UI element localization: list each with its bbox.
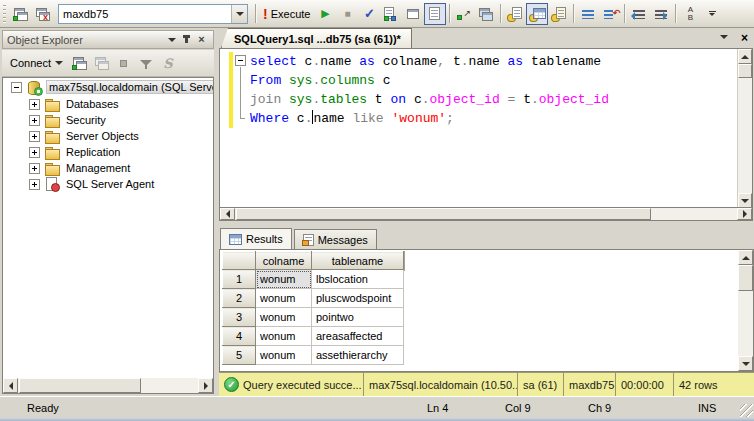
oe-script-button[interactable]: S	[158, 53, 178, 73]
row-header-3[interactable]: 3	[223, 308, 256, 327]
object-explorer-hscrollbar[interactable]	[2, 378, 214, 394]
grid-cell[interactable]: pointwo	[312, 308, 404, 327]
increase-indent-button[interactable]	[650, 3, 672, 25]
scroll-thumb[interactable]	[738, 64, 752, 78]
query-window: SQLQuery1.sql ...db75 (sa (61))* × selec…	[215, 28, 754, 396]
scroll-left-button[interactable]	[220, 208, 235, 220]
editor-results-splitter[interactable]	[215, 221, 754, 228]
grid-cell[interactable]: pluscwodspoint	[312, 289, 404, 308]
grid-cell[interactable]: wonum	[256, 270, 312, 289]
scroll-thumb[interactable]	[19, 378, 141, 393]
stop-button[interactable]: ■	[336, 3, 358, 25]
query-status-duration: 00:00:00	[616, 373, 674, 396]
grid-cell[interactable]: assethierarchy	[312, 346, 404, 365]
results-to-text-button[interactable]	[504, 3, 526, 25]
results-tab[interactable]: Results	[220, 228, 292, 249]
grid-cell[interactable]: wonum	[256, 346, 312, 365]
success-check-icon: ✓	[224, 377, 239, 392]
grid-cell[interactable]: wonum	[256, 327, 312, 346]
tree-item-management[interactable]: Management	[3, 160, 213, 176]
results-vscrollbar[interactable]	[738, 250, 753, 371]
scroll-down-button[interactable]	[738, 193, 752, 208]
change-connection-button[interactable]	[10, 3, 32, 25]
editor-vscrollbar[interactable]	[737, 49, 752, 208]
database-combobox[interactable]: maxdb75	[58, 4, 248, 24]
window-position-button[interactable]	[164, 33, 179, 47]
oe-disconnect-icon-button[interactable]	[92, 53, 112, 73]
tree-item-replication[interactable]: Replication	[3, 144, 213, 160]
row-header-1[interactable]: 1	[223, 270, 256, 289]
scroll-thumb[interactable]	[738, 265, 753, 291]
tree-item-server[interactable]: max75sql.localdomain (SQL Server	[3, 78, 213, 96]
grid-cell[interactable]: wonum	[256, 289, 312, 308]
results-to-file-button[interactable]	[548, 3, 570, 25]
toolbar-grip[interactable]	[3, 5, 6, 23]
close-panel-button[interactable]: ×	[194, 33, 209, 47]
auto-hide-pin-button[interactable]	[179, 33, 194, 47]
collapse-icon[interactable]	[11, 82, 22, 93]
active-files-dropdown[interactable]	[720, 35, 728, 39]
scroll-thumb[interactable]	[236, 208, 651, 220]
server-icon	[26, 80, 42, 94]
scroll-up-button[interactable]	[738, 49, 752, 64]
toolbar-overflow-button[interactable]	[701, 3, 723, 25]
scroll-right-button[interactable]	[737, 208, 752, 220]
column-header-colname[interactable]: colname	[256, 252, 312, 270]
oe-stop-button[interactable]	[114, 53, 134, 73]
intellisense-toggle-button[interactable]	[424, 3, 446, 25]
code-line-3[interactable]: join sys.tables t on c.object_id = t.obj…	[220, 90, 736, 109]
grid-cell[interactable]: areasaffected	[312, 327, 404, 346]
scroll-left-button[interactable]	[3, 378, 18, 393]
scroll-up-button[interactable]	[738, 250, 753, 265]
grid-cell[interactable]: wonum	[256, 308, 312, 327]
grid-cell[interactable]: lbslocation	[312, 270, 404, 289]
messages-tab[interactable]: Messages	[294, 229, 377, 249]
debug-button[interactable]: ▶	[314, 3, 336, 25]
include-client-statistics-button[interactable]	[475, 3, 497, 25]
query-document-tab[interactable]: SQLQuery1.sql ...db75 (sa (61))*	[221, 28, 412, 48]
database-dropdown-button[interactable]	[231, 5, 247, 23]
expand-icon[interactable]	[29, 147, 40, 158]
parse-button[interactable]: ✓	[358, 3, 380, 25]
tree-item-security[interactable]: Security	[3, 112, 213, 128]
row-header-2[interactable]: 2	[223, 289, 256, 308]
execute-button[interactable]: ! Execute	[259, 3, 314, 25]
resize-grip[interactable]	[740, 404, 753, 417]
expand-icon[interactable]	[29, 131, 40, 142]
expand-icon[interactable]	[29, 179, 40, 190]
collapse-region-icon[interactable]	[235, 55, 246, 66]
tree-item-label: Server Objects	[64, 130, 141, 142]
tree-item-sql-server-agent[interactable]: SQL Server Agent	[3, 176, 213, 192]
code-line-1[interactable]: select c.name as colname, t.name as tabl…	[220, 52, 736, 71]
disconnect-button[interactable]: x	[32, 3, 54, 25]
oe-filter-button[interactable]	[136, 53, 156, 73]
oe-connect-icon-button[interactable]	[70, 53, 90, 73]
uncomment-button[interactable]: ↶	[599, 3, 621, 25]
results-grid-icon	[229, 234, 242, 245]
column-header-tablename[interactable]: tablename	[312, 252, 404, 270]
comment-button[interactable]	[577, 3, 599, 25]
scroll-down-button[interactable]	[738, 356, 753, 371]
sql-editor[interactable]: select c.name as colname, t.name as tabl…	[219, 48, 753, 207]
tree-item-databases[interactable]: Databases	[3, 96, 213, 112]
grid-corner-cell[interactable]	[223, 252, 256, 270]
code-line-2[interactable]: From sys.columns c	[220, 71, 736, 90]
tree-item-server-objects[interactable]: Server Objects	[3, 128, 213, 144]
results-to-grid-button[interactable]	[526, 3, 548, 25]
code-line-4[interactable]: Where c.name like 'wonum';	[220, 109, 736, 128]
connect-button[interactable]: Connect	[5, 55, 68, 71]
row-header-4[interactable]: 4	[223, 327, 256, 346]
close-document-button[interactable]: ×	[741, 31, 748, 45]
expand-icon[interactable]	[29, 115, 40, 126]
code-area[interactable]: select c.name as colname, t.name as tabl…	[220, 52, 736, 128]
row-header-5[interactable]: 5	[223, 346, 256, 365]
sort-button[interactable]: AB	[679, 3, 701, 25]
expand-icon[interactable]	[29, 163, 40, 174]
editor-hscrollbar[interactable]	[219, 207, 753, 221]
expand-icon[interactable]	[29, 99, 40, 110]
estimated-plan-button[interactable]	[380, 3, 402, 25]
specify-template-values-button[interactable]: ↗	[453, 3, 475, 25]
decrease-indent-button[interactable]	[628, 3, 650, 25]
scroll-right-button[interactable]	[198, 378, 213, 393]
query-options-button[interactable]	[402, 3, 424, 25]
